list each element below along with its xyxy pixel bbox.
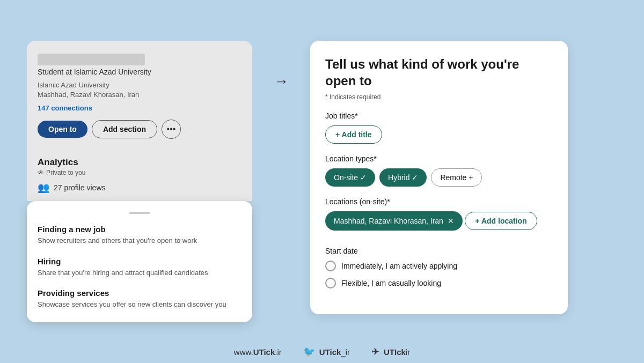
footer-website: www.UTick.ir bbox=[234, 347, 282, 357]
start-date-radio-group: Immediately, I am actively applying Flex… bbox=[325, 261, 553, 288]
selected-location-tag: Mashhad, Razavi Khorasan, Iran ✕ bbox=[325, 211, 463, 231]
twitter-icon: 🐦 bbox=[303, 346, 315, 358]
right-arrow-icon: → bbox=[274, 73, 289, 90]
radio-label-immediately: Immediately, I am actively applying bbox=[341, 262, 457, 270]
hiring-title: Hiring bbox=[38, 257, 241, 266]
job-titles-section: Job titles* + Add title bbox=[325, 112, 553, 144]
footer-twitter: 🐦 UTick_ir bbox=[303, 346, 350, 358]
radio-label-flexible: Flexible, I am casually looking bbox=[341, 279, 441, 287]
people-icon: 👥 bbox=[38, 182, 49, 194]
form-title: Tell us what kind of work you're open to bbox=[325, 56, 553, 89]
location-types-label: Location types* bbox=[325, 154, 553, 163]
website-text: www.UTick.ir bbox=[234, 347, 282, 357]
finding-job-desc: Show recruiters and others that you're o… bbox=[38, 236, 241, 246]
sheet-handle bbox=[129, 212, 150, 214]
radio-immediately[interactable]: Immediately, I am actively applying bbox=[325, 261, 553, 271]
form-card: Tell us what kind of work you're open to… bbox=[310, 41, 568, 314]
connections-count[interactable]: 147 connections bbox=[38, 104, 241, 112]
profile-buttons: Open to Add section ••• bbox=[38, 120, 241, 139]
profile-views: 👥 27 profile views bbox=[38, 182, 241, 194]
add-location-button[interactable]: + Add location bbox=[465, 212, 537, 230]
remote-tag[interactable]: Remote + bbox=[431, 168, 482, 187]
remove-location-icon[interactable]: ✕ bbox=[448, 217, 454, 225]
profile-card: Student at Islamic Azad University Islam… bbox=[27, 41, 252, 150]
location-types-section: Location types* On-site ✓ Hybrid ✓ Remot… bbox=[325, 154, 553, 187]
location-types-group: On-site ✓ Hybrid ✓ Remote + bbox=[325, 168, 553, 187]
radio-circle-immediately bbox=[325, 261, 336, 271]
list-item[interactable]: Hiring Share that you're hiring and attr… bbox=[38, 257, 241, 278]
telegram-handle: UTIckir bbox=[384, 347, 410, 357]
left-panel: Student at Islamic Azad University Islam… bbox=[27, 41, 252, 322]
list-item[interactable]: Finding a new job Show recruiters and ot… bbox=[38, 225, 241, 246]
analytics-section: Analytics 👁 Private to you 👥 27 profile … bbox=[27, 150, 252, 201]
radio-circle-flexible bbox=[325, 278, 336, 288]
hiring-desc: Share that you're hiring and attract qua… bbox=[38, 268, 241, 278]
profile-headline: Student at Islamic Azad University bbox=[38, 68, 241, 76]
twitter-handle: UTick_ir bbox=[319, 347, 350, 357]
job-titles-label: Job titles* bbox=[325, 112, 553, 120]
bottom-sheet: Finding a new job Show recruiters and ot… bbox=[27, 201, 252, 322]
more-options-button[interactable]: ••• bbox=[162, 120, 181, 139]
locations-label: Locations (on-site)* bbox=[325, 197, 553, 206]
arrow-container: → bbox=[274, 41, 289, 90]
analytics-title: Analytics bbox=[38, 157, 241, 168]
providing-services-desc: Showcase services you offer so new clien… bbox=[38, 300, 241, 309]
analytics-private: 👁 Private to you bbox=[38, 169, 241, 176]
open-to-button[interactable]: Open to bbox=[38, 121, 87, 138]
footer: www.UTick.ir 🐦 UTick_ir ✈ UTIckir bbox=[0, 346, 644, 358]
locations-section: Locations (on-site)* Mashhad, Razavi Kho… bbox=[325, 197, 553, 236]
radio-flexible[interactable]: Flexible, I am casually looking bbox=[325, 278, 553, 288]
required-note: * Indicates required bbox=[325, 93, 553, 101]
providing-services-title: Providing services bbox=[38, 288, 241, 298]
footer-telegram: ✈ UTIckir bbox=[371, 346, 410, 358]
finding-job-title: Finding a new job bbox=[38, 225, 241, 234]
onsite-tag[interactable]: On-site ✓ bbox=[325, 168, 375, 187]
add-section-button[interactable]: Add section bbox=[92, 120, 157, 138]
profile-name bbox=[38, 54, 145, 65]
location-text: Mashhad, Razavi Khorasan, Iran bbox=[334, 217, 443, 225]
add-title-button[interactable]: + Add title bbox=[325, 125, 382, 144]
start-date-section: Start date Immediately, I am actively ap… bbox=[325, 247, 553, 288]
hybrid-tag[interactable]: Hybrid ✓ bbox=[379, 168, 427, 187]
profile-location: Islamic Azad University Mashhad, Razavi … bbox=[38, 80, 241, 100]
list-item[interactable]: Providing services Showcase services you… bbox=[38, 288, 241, 309]
start-date-label: Start date bbox=[325, 247, 553, 255]
eye-icon: 👁 bbox=[38, 169, 44, 176]
telegram-icon: ✈ bbox=[371, 346, 379, 358]
